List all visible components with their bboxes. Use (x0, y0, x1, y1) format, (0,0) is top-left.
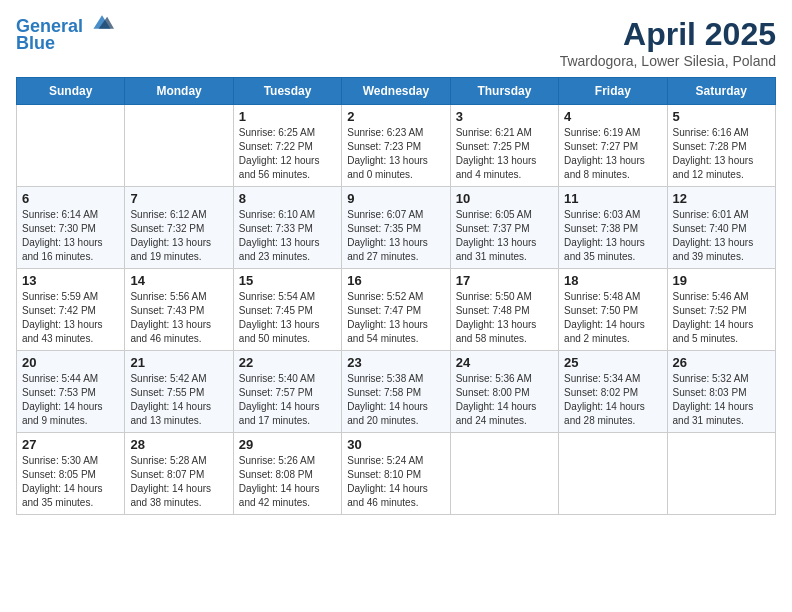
location: Twardogora, Lower Silesia, Poland (560, 53, 776, 69)
day-number: 21 (130, 355, 227, 370)
day-number: 18 (564, 273, 661, 288)
calendar-cell (667, 433, 775, 515)
calendar-cell: 8Sunrise: 6:10 AM Sunset: 7:33 PM Daylig… (233, 187, 341, 269)
day-number: 27 (22, 437, 119, 452)
calendar-cell: 21Sunrise: 5:42 AM Sunset: 7:55 PM Dayli… (125, 351, 233, 433)
day-info: Sunrise: 5:28 AM Sunset: 8:07 PM Dayligh… (130, 454, 227, 510)
calendar-week-row: 6Sunrise: 6:14 AM Sunset: 7:30 PM Daylig… (17, 187, 776, 269)
day-info: Sunrise: 5:59 AM Sunset: 7:42 PM Dayligh… (22, 290, 119, 346)
day-info: Sunrise: 6:19 AM Sunset: 7:27 PM Dayligh… (564, 126, 661, 182)
day-info: Sunrise: 6:23 AM Sunset: 7:23 PM Dayligh… (347, 126, 444, 182)
calendar-cell: 3Sunrise: 6:21 AM Sunset: 7:25 PM Daylig… (450, 105, 558, 187)
calendar-day-header: Thursday (450, 78, 558, 105)
day-number: 8 (239, 191, 336, 206)
day-number: 12 (673, 191, 770, 206)
calendar-cell: 24Sunrise: 5:36 AM Sunset: 8:00 PM Dayli… (450, 351, 558, 433)
day-info: Sunrise: 6:10 AM Sunset: 7:33 PM Dayligh… (239, 208, 336, 264)
calendar-cell: 15Sunrise: 5:54 AM Sunset: 7:45 PM Dayli… (233, 269, 341, 351)
day-number: 20 (22, 355, 119, 370)
calendar-week-row: 13Sunrise: 5:59 AM Sunset: 7:42 PM Dayli… (17, 269, 776, 351)
day-number: 15 (239, 273, 336, 288)
calendar-cell: 27Sunrise: 5:30 AM Sunset: 8:05 PM Dayli… (17, 433, 125, 515)
day-info: Sunrise: 5:52 AM Sunset: 7:47 PM Dayligh… (347, 290, 444, 346)
day-number: 17 (456, 273, 553, 288)
calendar-cell (450, 433, 558, 515)
day-info: Sunrise: 6:07 AM Sunset: 7:35 PM Dayligh… (347, 208, 444, 264)
day-number: 29 (239, 437, 336, 452)
calendar-day-header: Saturday (667, 78, 775, 105)
calendar-cell: 10Sunrise: 6:05 AM Sunset: 7:37 PM Dayli… (450, 187, 558, 269)
day-number: 14 (130, 273, 227, 288)
day-info: Sunrise: 5:46 AM Sunset: 7:52 PM Dayligh… (673, 290, 770, 346)
calendar-cell: 23Sunrise: 5:38 AM Sunset: 7:58 PM Dayli… (342, 351, 450, 433)
calendar-cell: 25Sunrise: 5:34 AM Sunset: 8:02 PM Dayli… (559, 351, 667, 433)
day-number: 25 (564, 355, 661, 370)
calendar-cell: 5Sunrise: 6:16 AM Sunset: 7:28 PM Daylig… (667, 105, 775, 187)
day-number: 16 (347, 273, 444, 288)
calendar-week-row: 27Sunrise: 5:30 AM Sunset: 8:05 PM Dayli… (17, 433, 776, 515)
day-number: 28 (130, 437, 227, 452)
day-info: Sunrise: 5:40 AM Sunset: 7:57 PM Dayligh… (239, 372, 336, 428)
day-number: 3 (456, 109, 553, 124)
day-info: Sunrise: 6:12 AM Sunset: 7:32 PM Dayligh… (130, 208, 227, 264)
calendar-header-row: SundayMondayTuesdayWednesdayThursdayFrid… (17, 78, 776, 105)
calendar-cell: 14Sunrise: 5:56 AM Sunset: 7:43 PM Dayli… (125, 269, 233, 351)
day-number: 30 (347, 437, 444, 452)
day-info: Sunrise: 5:38 AM Sunset: 7:58 PM Dayligh… (347, 372, 444, 428)
calendar-cell: 29Sunrise: 5:26 AM Sunset: 8:08 PM Dayli… (233, 433, 341, 515)
page-header: General Blue April 2025 Twardogora, Lowe… (16, 16, 776, 69)
day-info: Sunrise: 5:30 AM Sunset: 8:05 PM Dayligh… (22, 454, 119, 510)
month-title: April 2025 (560, 16, 776, 53)
calendar-table: SundayMondayTuesdayWednesdayThursdayFrid… (16, 77, 776, 515)
day-number: 24 (456, 355, 553, 370)
calendar-cell (125, 105, 233, 187)
calendar-cell: 7Sunrise: 6:12 AM Sunset: 7:32 PM Daylig… (125, 187, 233, 269)
title-section: April 2025 Twardogora, Lower Silesia, Po… (560, 16, 776, 69)
calendar-cell: 26Sunrise: 5:32 AM Sunset: 8:03 PM Dayli… (667, 351, 775, 433)
calendar-day-header: Friday (559, 78, 667, 105)
calendar-cell: 1Sunrise: 6:25 AM Sunset: 7:22 PM Daylig… (233, 105, 341, 187)
day-info: Sunrise: 6:16 AM Sunset: 7:28 PM Dayligh… (673, 126, 770, 182)
calendar-cell: 19Sunrise: 5:46 AM Sunset: 7:52 PM Dayli… (667, 269, 775, 351)
day-number: 5 (673, 109, 770, 124)
calendar-cell: 28Sunrise: 5:28 AM Sunset: 8:07 PM Dayli… (125, 433, 233, 515)
day-number: 11 (564, 191, 661, 206)
day-number: 6 (22, 191, 119, 206)
day-info: Sunrise: 5:54 AM Sunset: 7:45 PM Dayligh… (239, 290, 336, 346)
calendar-week-row: 20Sunrise: 5:44 AM Sunset: 7:53 PM Dayli… (17, 351, 776, 433)
calendar-cell: 6Sunrise: 6:14 AM Sunset: 7:30 PM Daylig… (17, 187, 125, 269)
day-info: Sunrise: 5:44 AM Sunset: 7:53 PM Dayligh… (22, 372, 119, 428)
day-info: Sunrise: 6:14 AM Sunset: 7:30 PM Dayligh… (22, 208, 119, 264)
calendar-day-header: Sunday (17, 78, 125, 105)
calendar-cell: 11Sunrise: 6:03 AM Sunset: 7:38 PM Dayli… (559, 187, 667, 269)
day-info: Sunrise: 5:32 AM Sunset: 8:03 PM Dayligh… (673, 372, 770, 428)
logo-icon (90, 12, 114, 32)
day-number: 10 (456, 191, 553, 206)
calendar-cell: 13Sunrise: 5:59 AM Sunset: 7:42 PM Dayli… (17, 269, 125, 351)
calendar-cell: 30Sunrise: 5:24 AM Sunset: 8:10 PM Dayli… (342, 433, 450, 515)
day-number: 13 (22, 273, 119, 288)
calendar-cell: 17Sunrise: 5:50 AM Sunset: 7:48 PM Dayli… (450, 269, 558, 351)
day-number: 22 (239, 355, 336, 370)
day-number: 2 (347, 109, 444, 124)
day-info: Sunrise: 5:48 AM Sunset: 7:50 PM Dayligh… (564, 290, 661, 346)
day-info: Sunrise: 5:26 AM Sunset: 8:08 PM Dayligh… (239, 454, 336, 510)
day-number: 26 (673, 355, 770, 370)
day-info: Sunrise: 5:34 AM Sunset: 8:02 PM Dayligh… (564, 372, 661, 428)
calendar-day-header: Wednesday (342, 78, 450, 105)
calendar-cell: 18Sunrise: 5:48 AM Sunset: 7:50 PM Dayli… (559, 269, 667, 351)
day-info: Sunrise: 5:56 AM Sunset: 7:43 PM Dayligh… (130, 290, 227, 346)
day-info: Sunrise: 5:50 AM Sunset: 7:48 PM Dayligh… (456, 290, 553, 346)
day-info: Sunrise: 6:21 AM Sunset: 7:25 PM Dayligh… (456, 126, 553, 182)
logo: General Blue (16, 16, 114, 54)
calendar-cell: 9Sunrise: 6:07 AM Sunset: 7:35 PM Daylig… (342, 187, 450, 269)
calendar-cell: 16Sunrise: 5:52 AM Sunset: 7:47 PM Dayli… (342, 269, 450, 351)
calendar-day-header: Monday (125, 78, 233, 105)
day-number: 4 (564, 109, 661, 124)
calendar-week-row: 1Sunrise: 6:25 AM Sunset: 7:22 PM Daylig… (17, 105, 776, 187)
calendar-cell: 4Sunrise: 6:19 AM Sunset: 7:27 PM Daylig… (559, 105, 667, 187)
calendar-cell: 20Sunrise: 5:44 AM Sunset: 7:53 PM Dayli… (17, 351, 125, 433)
calendar-cell: 2Sunrise: 6:23 AM Sunset: 7:23 PM Daylig… (342, 105, 450, 187)
calendar-cell (17, 105, 125, 187)
day-number: 9 (347, 191, 444, 206)
